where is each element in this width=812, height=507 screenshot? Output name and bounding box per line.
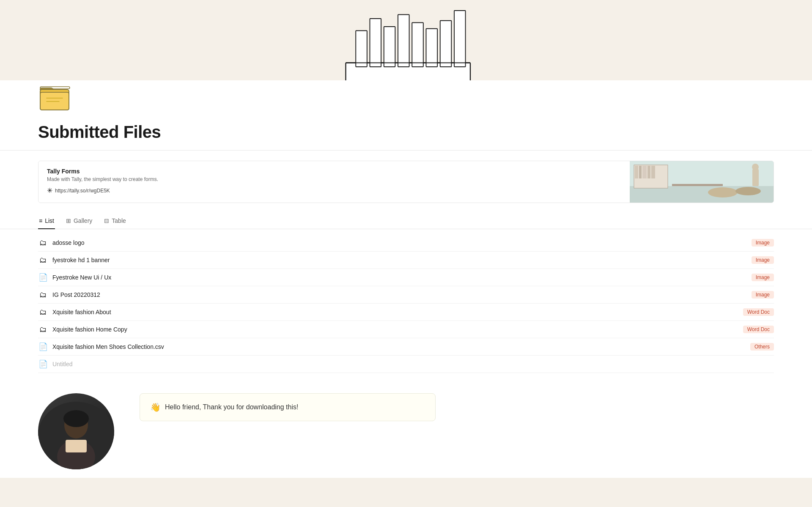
embed-card-image bbox=[630, 161, 774, 203]
tab-list-label: List bbox=[45, 217, 54, 224]
file-item[interactable]: 📄 Untitled bbox=[38, 356, 774, 373]
file-tag-image: Image bbox=[752, 239, 774, 247]
file-icon: 📄 bbox=[38, 272, 48, 282]
file-name: Xquisite fashion Men Shoes Collection.cs… bbox=[52, 343, 750, 350]
svg-rect-9 bbox=[454, 11, 466, 67]
svg-point-31 bbox=[63, 410, 89, 427]
file-item[interactable]: 🗂 IG Post 20220312 Image bbox=[38, 286, 774, 304]
tab-table[interactable]: ⊟ Table bbox=[103, 213, 126, 229]
svg-point-24 bbox=[708, 187, 738, 197]
svg-rect-7 bbox=[426, 29, 438, 67]
folder-icon bbox=[38, 80, 72, 114]
file-tag-image: Image bbox=[752, 256, 774, 264]
room-svg bbox=[630, 161, 774, 203]
file-name: Fyestroke New Ui / Ux bbox=[52, 274, 752, 281]
svg-point-28 bbox=[752, 164, 759, 170]
svg-rect-22 bbox=[647, 166, 650, 178]
thank-you-header: 👋 Hello friend, Thank you for downloadin… bbox=[150, 402, 425, 412]
svg-rect-23 bbox=[651, 166, 655, 178]
file-name: adosse logo bbox=[52, 239, 752, 246]
embed-card-description: Made with Tally, the simplest way to cre… bbox=[47, 176, 621, 182]
tab-table-label: Table bbox=[112, 217, 126, 224]
file-tag-worddoc: Word Doc bbox=[743, 308, 774, 316]
svg-rect-4 bbox=[384, 27, 395, 67]
page-title: Submitted Files bbox=[38, 123, 774, 142]
file-item[interactable]: 🗂 Xquisite fashion About Word Doc bbox=[38, 304, 774, 321]
file-item[interactable]: 📄 Xquisite fashion Men Shoes Collection.… bbox=[38, 338, 774, 356]
file-item[interactable]: 🗂 adosse logo Image bbox=[38, 234, 774, 252]
svg-rect-2 bbox=[356, 31, 367, 67]
svg-rect-8 bbox=[440, 21, 452, 67]
file-name: IG Post 20220312 bbox=[52, 291, 752, 298]
page-title-area: Submitted Files bbox=[0, 123, 812, 151]
embed-card-link[interactable]: ✳ https://tally.so/r/wgDE5K bbox=[47, 186, 621, 195]
file-item[interactable]: 📄 Fyestroke New Ui / Ux Image bbox=[38, 269, 774, 286]
svg-rect-20 bbox=[639, 166, 642, 178]
file-name-untitled: Untitled bbox=[52, 361, 774, 367]
file-name: Xquisite fashion Home Copy bbox=[52, 326, 743, 333]
tab-list[interactable]: ≡ List bbox=[38, 213, 55, 229]
svg-rect-33 bbox=[66, 440, 87, 452]
embed-url: https://tally.so/r/wgDE5K bbox=[55, 188, 110, 194]
gallery-tab-icon: ⊞ bbox=[66, 217, 71, 224]
tab-gallery[interactable]: ⊞ Gallery bbox=[65, 213, 93, 229]
bottom-section: 👋 Hello friend, Thank you for downloadin… bbox=[0, 385, 812, 478]
avatar-svg bbox=[38, 402, 114, 469]
file-item[interactable]: 🗂 Xquisite fashion Home Copy Word Doc bbox=[38, 321, 774, 338]
page-icon-area bbox=[0, 80, 812, 116]
file-item[interactable]: 🗂 fyestroke hd 1 banner Image bbox=[38, 252, 774, 269]
table-tab-icon: ⊟ bbox=[104, 217, 109, 224]
svg-rect-19 bbox=[635, 166, 638, 178]
svg-rect-3 bbox=[370, 19, 381, 67]
svg-rect-6 bbox=[412, 23, 423, 67]
file-icon: 📄 bbox=[38, 359, 48, 369]
file-icon: 📄 bbox=[38, 342, 48, 352]
file-icon: 🗂 bbox=[38, 324, 48, 334]
embed-card-info: Tally Forms Made with Tally, the simples… bbox=[38, 161, 630, 203]
svg-rect-12 bbox=[40, 92, 69, 110]
file-list: 🗂 adosse logo Image 🗂 fyestroke hd 1 ban… bbox=[0, 231, 812, 376]
tab-gallery-label: Gallery bbox=[74, 217, 92, 224]
thank-you-card: 👋 Hello friend, Thank you for downloadin… bbox=[140, 393, 436, 421]
room-photo-bg bbox=[630, 161, 774, 203]
svg-rect-21 bbox=[642, 166, 647, 178]
svg-rect-26 bbox=[672, 184, 723, 186]
embed-card-title: Tally Forms bbox=[47, 168, 621, 175]
embed-card[interactable]: Tally Forms Made with Tally, the simples… bbox=[38, 161, 774, 203]
file-tag-image: Image bbox=[752, 291, 774, 299]
svg-rect-27 bbox=[752, 169, 759, 186]
tabs-container: ≡ List ⊞ Gallery ⊟ Table bbox=[0, 213, 812, 229]
page-content: Submitted Files Tally Forms Made with Ta… bbox=[0, 80, 812, 478]
file-tag-others: Others bbox=[750, 343, 774, 351]
avatar bbox=[38, 393, 114, 469]
file-icon: 🗂 bbox=[38, 238, 48, 248]
file-icon: 🗂 bbox=[38, 255, 48, 265]
file-name: fyestroke hd 1 banner bbox=[52, 257, 752, 263]
file-name: Xquisite fashion About bbox=[52, 309, 743, 315]
list-tab-icon: ≡ bbox=[39, 217, 42, 224]
thank-you-text: Hello friend, Thank you for downloading … bbox=[165, 403, 298, 411]
file-tag-image: Image bbox=[752, 274, 774, 281]
avatar-area bbox=[38, 393, 123, 469]
file-icon: 🗂 bbox=[38, 307, 48, 317]
svg-rect-5 bbox=[398, 15, 409, 67]
svg-point-25 bbox=[735, 187, 761, 195]
file-tag-worddoc: Word Doc bbox=[743, 326, 774, 333]
wave-emoji: 👋 bbox=[150, 402, 161, 412]
tally-icon: ✳ bbox=[47, 186, 52, 195]
file-icon: 🗂 bbox=[38, 290, 48, 300]
